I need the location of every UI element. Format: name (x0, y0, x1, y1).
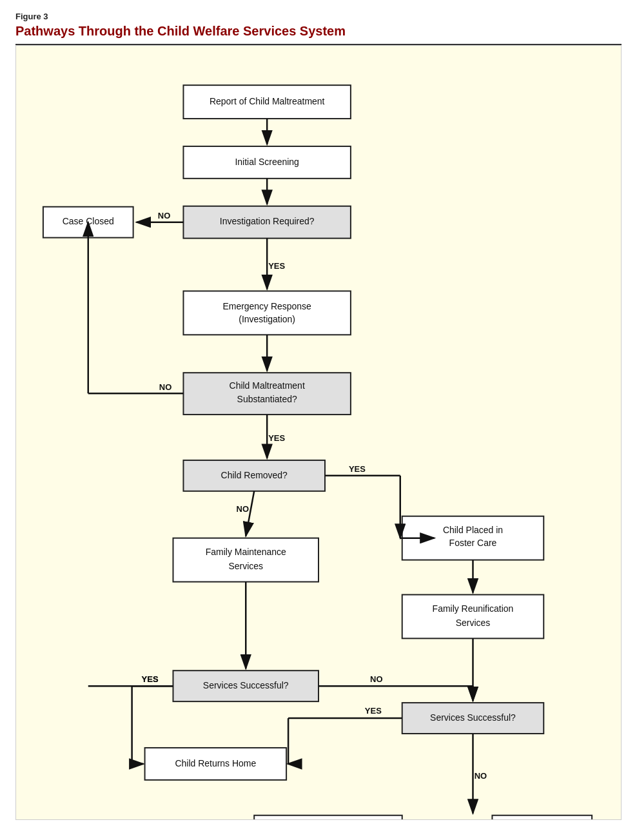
child-returns-text: Child Returns Home (175, 758, 256, 768)
family-maintenance-text1: Family Maintenance (206, 547, 286, 557)
figure-label: Figure 3 (15, 12, 622, 21)
report-text: Report of Child Maltreatment (210, 96, 325, 106)
foster-text2: Foster Care (449, 538, 497, 548)
diagram-area: Report of Child Maltreatment Initial Scr… (15, 45, 622, 820)
no-label-5: NO (475, 771, 487, 781)
yes-label-4b: YES (142, 674, 159, 684)
services-success-1-text: Services Successful? (203, 680, 289, 690)
flowchart-svg: Report of Child Maltreatment Initial Scr… (16, 46, 621, 819)
removed-text: Child Removed? (221, 470, 288, 480)
yes-label-1: YES (268, 261, 285, 271)
foster-text1: Child Placed in (443, 525, 503, 535)
emergency-text1: Emergency Response (222, 301, 311, 311)
reunification-text2: Services (456, 618, 491, 628)
longterm-box (492, 816, 592, 819)
reunification-box (402, 594, 544, 638)
substantiated-text1: Child Maltreatment (230, 380, 305, 391)
screening-text: Initial Screening (235, 157, 299, 167)
page: Figure 3 Pathways Through the Child Welf… (0, 0, 637, 840)
no-label-4: NO (370, 674, 382, 684)
no-label-1: NO (158, 211, 170, 220)
emergency-box (183, 291, 350, 335)
reunification-text1: Family Reunification (433, 603, 514, 614)
adoption-box (254, 816, 402, 819)
figure-title: Pathways Through the Child Welfare Servi… (15, 24, 622, 39)
investigation-text: Investigation Required? (220, 216, 315, 226)
services-success-2-text: Services Successful? (430, 712, 516, 723)
substantiated-text2: Substantiated? (237, 394, 297, 404)
svg-line-21 (288, 718, 402, 764)
no-label-2: NO (159, 382, 172, 392)
family-maintenance-text2: Services (228, 561, 263, 571)
emergency-text2: (Investigation) (239, 314, 295, 324)
yes-label-3: YES (349, 464, 366, 474)
family-maintenance-box (173, 538, 318, 582)
yes-label-5: YES (365, 706, 382, 716)
no-label-3: NO (237, 504, 249, 514)
yes-label-2: YES (268, 433, 285, 443)
